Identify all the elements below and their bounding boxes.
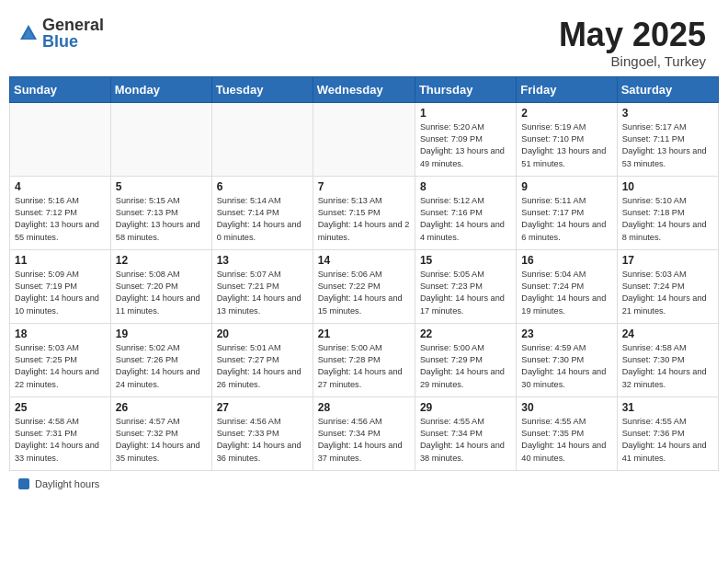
week-row-2: 11Sunrise: 5:09 AMSunset: 7:19 PMDayligh… bbox=[10, 249, 719, 323]
day-number: 19 bbox=[116, 327, 207, 340]
logo-text: General Blue bbox=[42, 17, 104, 50]
table-row: 21Sunrise: 5:00 AMSunset: 7:28 PMDayligh… bbox=[313, 323, 415, 396]
day-number: 7 bbox=[318, 180, 410, 193]
day-info: Sunrise: 4:55 AMSunset: 7:36 PMDaylight:… bbox=[622, 416, 713, 465]
footer-label: Daylight hours bbox=[35, 478, 99, 489]
table-row bbox=[211, 102, 313, 176]
day-number: 17 bbox=[622, 254, 713, 267]
col-friday: Friday bbox=[517, 76, 617, 102]
table-row bbox=[10, 102, 111, 176]
table-row: 12Sunrise: 5:08 AMSunset: 7:20 PMDayligh… bbox=[110, 249, 211, 323]
day-number: 9 bbox=[521, 180, 611, 193]
calendar-body: 1Sunrise: 5:20 AMSunset: 7:09 PMDaylight… bbox=[10, 102, 719, 470]
table-row: 3Sunrise: 5:17 AMSunset: 7:11 PMDaylight… bbox=[617, 102, 718, 176]
day-number: 4 bbox=[15, 180, 106, 193]
table-row: 16Sunrise: 5:04 AMSunset: 7:24 PMDayligh… bbox=[517, 249, 617, 323]
day-number: 13 bbox=[217, 254, 308, 267]
calendar-wrap: Sunday Monday Tuesday Wednesday Thursday… bbox=[0, 76, 728, 471]
col-monday: Monday bbox=[110, 76, 211, 102]
day-number: 10 bbox=[622, 180, 713, 193]
day-info: Sunrise: 5:02 AMSunset: 7:26 PMDaylight:… bbox=[116, 342, 207, 391]
day-number: 6 bbox=[217, 180, 308, 193]
day-info: Sunrise: 5:16 AMSunset: 7:12 PMDaylight:… bbox=[15, 195, 106, 244]
table-row: 14Sunrise: 5:06 AMSunset: 7:22 PMDayligh… bbox=[313, 249, 415, 323]
day-info: Sunrise: 5:13 AMSunset: 7:15 PMDaylight:… bbox=[318, 195, 410, 244]
day-number: 31 bbox=[622, 401, 713, 414]
table-row: 28Sunrise: 4:56 AMSunset: 7:34 PMDayligh… bbox=[313, 396, 415, 470]
table-row: 11Sunrise: 5:09 AMSunset: 7:19 PMDayligh… bbox=[10, 249, 111, 323]
day-info: Sunrise: 5:01 AMSunset: 7:27 PMDaylight:… bbox=[217, 342, 308, 391]
col-sunday: Sunday bbox=[10, 76, 111, 102]
footer: Daylight hours bbox=[0, 471, 728, 495]
day-info: Sunrise: 5:09 AMSunset: 7:19 PMDaylight:… bbox=[15, 269, 106, 317]
table-row: 22Sunrise: 5:00 AMSunset: 7:29 PMDayligh… bbox=[415, 323, 516, 396]
day-number: 8 bbox=[420, 180, 511, 193]
day-number: 26 bbox=[116, 401, 207, 414]
week-row-1: 4Sunrise: 5:16 AMSunset: 7:12 PMDaylight… bbox=[10, 176, 719, 249]
table-row: 24Sunrise: 4:58 AMSunset: 7:30 PMDayligh… bbox=[617, 323, 718, 396]
table-row: 20Sunrise: 5:01 AMSunset: 7:27 PMDayligh… bbox=[211, 323, 313, 396]
table-row bbox=[313, 102, 415, 176]
table-row: 17Sunrise: 5:03 AMSunset: 7:24 PMDayligh… bbox=[617, 249, 718, 323]
day-info: Sunrise: 5:15 AMSunset: 7:13 PMDaylight:… bbox=[116, 195, 207, 244]
col-saturday: Saturday bbox=[617, 76, 718, 102]
calendar-table: Sunday Monday Tuesday Wednesday Thursday… bbox=[9, 76, 719, 471]
table-row: 6Sunrise: 5:14 AMSunset: 7:14 PMDaylight… bbox=[211, 176, 313, 249]
day-info: Sunrise: 5:17 AMSunset: 7:11 PMDaylight:… bbox=[622, 121, 713, 170]
table-row: 30Sunrise: 4:55 AMSunset: 7:35 PMDayligh… bbox=[517, 396, 617, 470]
day-number: 1 bbox=[420, 107, 511, 120]
day-info: Sunrise: 4:55 AMSunset: 7:35 PMDaylight:… bbox=[521, 416, 611, 465]
table-row: 27Sunrise: 4:56 AMSunset: 7:33 PMDayligh… bbox=[211, 396, 313, 470]
table-row: 23Sunrise: 4:59 AMSunset: 7:30 PMDayligh… bbox=[517, 323, 617, 396]
table-row: 4Sunrise: 5:16 AMSunset: 7:12 PMDaylight… bbox=[10, 176, 111, 249]
day-info: Sunrise: 5:04 AMSunset: 7:24 PMDaylight:… bbox=[521, 269, 611, 317]
day-info: Sunrise: 4:56 AMSunset: 7:33 PMDaylight:… bbox=[217, 416, 308, 465]
day-info: Sunrise: 5:00 AMSunset: 7:29 PMDaylight:… bbox=[420, 342, 511, 391]
day-number: 29 bbox=[420, 401, 511, 414]
logo-icon bbox=[18, 23, 39, 43]
table-row bbox=[110, 102, 211, 176]
day-number: 14 bbox=[318, 254, 410, 267]
day-info: Sunrise: 5:12 AMSunset: 7:16 PMDaylight:… bbox=[420, 195, 511, 244]
day-info: Sunrise: 5:03 AMSunset: 7:25 PMDaylight:… bbox=[15, 342, 106, 391]
col-tuesday: Tuesday bbox=[211, 76, 313, 102]
week-row-0: 1Sunrise: 5:20 AMSunset: 7:09 PMDaylight… bbox=[10, 102, 719, 176]
day-info: Sunrise: 4:56 AMSunset: 7:34 PMDaylight:… bbox=[318, 416, 410, 465]
day-number: 16 bbox=[521, 254, 611, 267]
table-row: 8Sunrise: 5:12 AMSunset: 7:16 PMDaylight… bbox=[415, 176, 516, 249]
table-row: 29Sunrise: 4:55 AMSunset: 7:34 PMDayligh… bbox=[415, 396, 516, 470]
col-thursday: Thursday bbox=[415, 76, 516, 102]
day-info: Sunrise: 5:00 AMSunset: 7:28 PMDaylight:… bbox=[318, 342, 410, 391]
day-info: Sunrise: 5:06 AMSunset: 7:22 PMDaylight:… bbox=[318, 269, 410, 317]
day-number: 25 bbox=[15, 401, 106, 414]
title-block: May 2025 Bingoel, Turkey bbox=[559, 17, 706, 69]
table-row: 5Sunrise: 5:15 AMSunset: 7:13 PMDaylight… bbox=[110, 176, 211, 249]
table-row: 10Sunrise: 5:10 AMSunset: 7:18 PMDayligh… bbox=[617, 176, 718, 249]
day-info: Sunrise: 5:08 AMSunset: 7:20 PMDaylight:… bbox=[116, 269, 207, 317]
day-number: 11 bbox=[15, 254, 106, 267]
table-row: 25Sunrise: 4:58 AMSunset: 7:31 PMDayligh… bbox=[10, 396, 111, 470]
day-number: 22 bbox=[420, 327, 511, 340]
day-number: 2 bbox=[521, 107, 611, 120]
day-info: Sunrise: 5:03 AMSunset: 7:24 PMDaylight:… bbox=[622, 269, 713, 317]
logo-general: General bbox=[42, 17, 104, 33]
table-row: 26Sunrise: 4:57 AMSunset: 7:32 PMDayligh… bbox=[110, 396, 211, 470]
day-info: Sunrise: 4:58 AMSunset: 7:31 PMDaylight:… bbox=[15, 416, 106, 465]
day-number: 15 bbox=[420, 254, 511, 267]
day-number: 23 bbox=[521, 327, 611, 340]
col-wednesday: Wednesday bbox=[313, 76, 415, 102]
day-number: 12 bbox=[116, 254, 207, 267]
table-row: 1Sunrise: 5:20 AMSunset: 7:09 PMDaylight… bbox=[415, 102, 516, 176]
table-row: 18Sunrise: 5:03 AMSunset: 7:25 PMDayligh… bbox=[10, 323, 111, 396]
day-number: 5 bbox=[116, 180, 207, 193]
week-row-4: 25Sunrise: 4:58 AMSunset: 7:31 PMDayligh… bbox=[10, 396, 719, 470]
header-row: Sunday Monday Tuesday Wednesday Thursday… bbox=[10, 76, 719, 102]
day-info: Sunrise: 5:19 AMSunset: 7:10 PMDaylight:… bbox=[521, 121, 611, 170]
day-number: 21 bbox=[318, 327, 410, 340]
week-row-3: 18Sunrise: 5:03 AMSunset: 7:25 PMDayligh… bbox=[10, 323, 719, 396]
day-number: 20 bbox=[217, 327, 308, 340]
table-row: 31Sunrise: 4:55 AMSunset: 7:36 PMDayligh… bbox=[617, 396, 718, 470]
day-info: Sunrise: 5:05 AMSunset: 7:23 PMDaylight:… bbox=[420, 269, 511, 317]
calendar-header: Sunday Monday Tuesday Wednesday Thursday… bbox=[10, 76, 719, 102]
table-row: 2Sunrise: 5:19 AMSunset: 7:10 PMDaylight… bbox=[517, 102, 617, 176]
